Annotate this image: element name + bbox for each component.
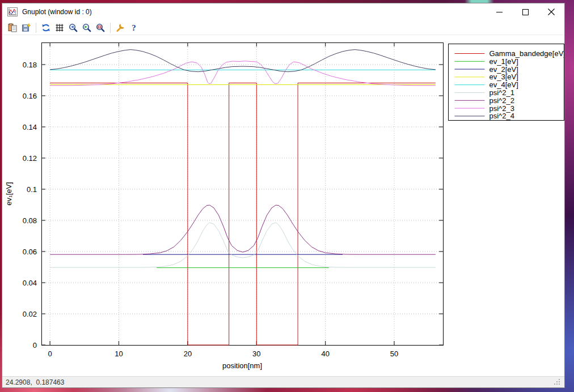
plot-frame xyxy=(42,43,444,346)
close-icon xyxy=(548,8,555,15)
toolbar: ? xyxy=(2,20,564,35)
settings-wrench-icon xyxy=(116,23,125,32)
gnuplot-window: Gnuplot (window id : 0) xyxy=(2,3,565,388)
zoom-region-icon xyxy=(96,23,105,32)
statusbar: 24.2908, 0.187463 xyxy=(2,376,564,387)
legend: Gamma_bandedge[eV]ev_1[eV]ev_2[eV]ev_3[e… xyxy=(449,44,565,121)
svg-text:20: 20 xyxy=(184,350,192,358)
legend-label-Gamma_bandedge[eV]: Gamma_bandedge[eV] xyxy=(489,49,565,58)
legend-label-psi^2_3: psi^2_3 xyxy=(489,104,514,113)
series-psi^2_4 xyxy=(50,50,436,72)
save-button[interactable] xyxy=(20,22,32,34)
grid-button[interactable] xyxy=(53,22,66,34)
mouse-coordinates: 24.2908, 0.187463 xyxy=(6,378,64,386)
minimize-button[interactable] xyxy=(486,3,512,20)
replot-icon xyxy=(41,23,50,32)
copy-button[interactable] xyxy=(6,22,19,34)
zoom-previous-button[interactable] xyxy=(67,22,79,34)
save-icon xyxy=(22,23,31,32)
svg-text:0.08: 0.08 xyxy=(23,216,37,225)
replot-button[interactable] xyxy=(40,22,52,34)
plot-canvas[interactable]: 0102030405000.020.040.060.080.10.120.140… xyxy=(2,35,564,376)
svg-text:0.14: 0.14 xyxy=(23,123,37,131)
svg-text:0.06: 0.06 xyxy=(23,248,37,256)
legend-label-ev_3[eV]: ev_3[eV] xyxy=(489,73,518,81)
svg-text:0.04: 0.04 xyxy=(23,279,37,287)
legend-label-ev_2[eV]: ev_2[eV] xyxy=(489,65,518,74)
help-icon: ? xyxy=(129,23,138,32)
help-button[interactable]: ? xyxy=(128,22,140,34)
zoom-previous-icon xyxy=(69,23,78,32)
plot-area: 0102030405000.020.040.060.080.10.120.140… xyxy=(2,35,564,376)
copy-icon xyxy=(8,23,17,32)
svg-text:0.16: 0.16 xyxy=(23,92,37,100)
toolbar-separator xyxy=(36,23,36,33)
titlebar[interactable]: Gnuplot (window id : 0) xyxy=(2,3,564,20)
svg-text:0: 0 xyxy=(33,341,37,350)
svg-text:0.1: 0.1 xyxy=(27,185,37,194)
svg-text:10: 10 xyxy=(115,350,123,358)
tick-labels: 0102030405000.020.040.060.080.10.120.140… xyxy=(23,61,399,359)
settings-button[interactable] xyxy=(114,22,126,34)
gnuplot-app-icon xyxy=(7,7,18,16)
tick-marks xyxy=(41,42,443,345)
maximize-button[interactable] xyxy=(512,3,538,20)
svg-text:0.12: 0.12 xyxy=(23,154,37,163)
x-axis-label: position[nm] xyxy=(222,361,262,370)
svg-text:40: 40 xyxy=(321,350,329,358)
legend-label-psi^2_1: psi^2_1 xyxy=(489,88,514,97)
grid-icon xyxy=(55,23,64,32)
zoom-region-button[interactable] xyxy=(94,22,107,34)
zoom-next-icon xyxy=(82,23,91,32)
svg-text:0: 0 xyxy=(48,350,52,358)
legend-label-ev_1[eV]: ev_1[eV] xyxy=(489,57,518,66)
svg-text:50: 50 xyxy=(390,350,398,358)
series-Gamma_bandedge[eV] xyxy=(50,83,436,346)
gridlines xyxy=(41,42,443,345)
series-psi^2_2 xyxy=(50,205,436,254)
series-psi^2_1 xyxy=(50,223,436,267)
data-series xyxy=(50,50,436,345)
maximize-icon xyxy=(522,9,529,15)
resize-grip[interactable] xyxy=(554,378,561,386)
svg-text:0.02: 0.02 xyxy=(23,310,37,318)
zoom-next-button[interactable] xyxy=(81,22,93,34)
window-title: Gnuplot (window id : 0) xyxy=(22,8,486,16)
minimize-icon xyxy=(496,9,503,15)
legend-label-ev_4[eV]: ev_4[eV] xyxy=(489,80,518,89)
y-axis-label: ev₁[eV] xyxy=(5,182,13,205)
toolbar-separator xyxy=(110,23,111,33)
svg-text:?: ? xyxy=(132,23,136,32)
legend-label-psi^2_2: psi^2_2 xyxy=(489,96,514,105)
close-button[interactable] xyxy=(538,3,564,20)
legend-label-psi^2_4: psi^2_4 xyxy=(489,112,514,120)
svg-text:0.18: 0.18 xyxy=(23,61,37,69)
svg-text:30: 30 xyxy=(252,350,260,358)
